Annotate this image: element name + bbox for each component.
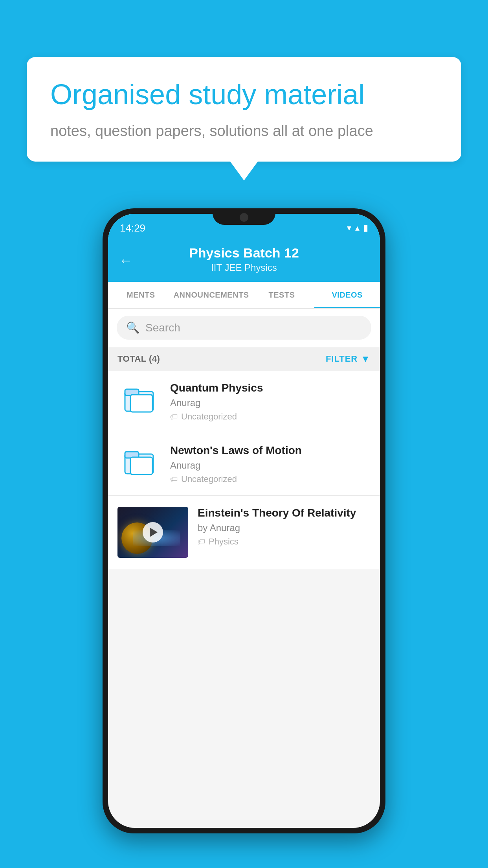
back-button[interactable]: ←: [119, 252, 132, 268]
video-thumbnail: [117, 507, 188, 558]
video-list: Quantum Physics Anurag 🏷 Uncategorized: [108, 371, 380, 569]
list-item[interactable]: Einstein's Theory Of Relativity by Anura…: [108, 496, 380, 569]
search-input[interactable]: Search: [145, 322, 180, 334]
item-info: Quantum Physics Anurag 🏷 Uncategorized: [170, 382, 371, 422]
item-info: Einstein's Theory Of Relativity by Anura…: [198, 507, 371, 547]
play-button[interactable]: [143, 522, 163, 542]
search-input-wrapper[interactable]: 🔍 Search: [117, 316, 371, 340]
item-thumbnail: [117, 382, 161, 417]
item-title: Quantum Physics: [170, 382, 371, 394]
search-icon: 🔍: [126, 321, 140, 334]
tag-label: Uncategorized: [181, 474, 237, 484]
item-tag: 🏷 Uncategorized: [170, 474, 371, 484]
batch-title: Physics Batch 12: [120, 245, 368, 261]
item-title: Einstein's Theory Of Relativity: [198, 507, 371, 519]
folder-icon: [123, 384, 155, 415]
tab-announcements[interactable]: ANNOUNCEMENTS: [174, 282, 249, 308]
total-count: TOTAL (4): [117, 354, 160, 364]
phone-screen: 14:29 ▾ ▴ ▮ ← Physics Batch 12 IIT JEE P…: [108, 214, 380, 828]
front-camera: [240, 213, 248, 222]
item-title: Newton's Laws of Motion: [170, 444, 371, 457]
app-header: ← Physics Batch 12 IIT JEE Physics: [108, 238, 380, 282]
item-info: Newton's Laws of Motion Anurag 🏷 Uncateg…: [170, 444, 371, 484]
filter-row: TOTAL (4) FILTER ▼: [108, 347, 380, 371]
batch-subtitle: IIT JEE Physics: [120, 262, 368, 273]
folder-icon: [123, 446, 155, 478]
item-tag: 🏷 Uncategorized: [170, 412, 371, 422]
item-tag: 🏷 Physics: [198, 537, 371, 547]
item-author: Anurag: [170, 397, 371, 408]
tab-ments[interactable]: MENTS: [108, 282, 174, 308]
signal-icon: ▴: [355, 223, 360, 233]
filter-icon: ▼: [361, 353, 371, 364]
tag-label: Physics: [209, 537, 238, 547]
wifi-icon: ▾: [347, 223, 351, 233]
list-item[interactable]: Quantum Physics Anurag 🏷 Uncategorized: [108, 371, 380, 433]
tab-tests[interactable]: TESTS: [249, 282, 315, 308]
filter-button[interactable]: FILTER ▼: [326, 353, 371, 364]
tag-icon: 🏷: [198, 537, 205, 546]
tag-label: Uncategorized: [181, 412, 237, 422]
play-icon: [150, 528, 158, 537]
phone-notch: [213, 208, 275, 225]
item-author: by Anurag: [198, 522, 371, 533]
list-item[interactable]: Newton's Laws of Motion Anurag 🏷 Uncateg…: [108, 433, 380, 496]
hero-title: Organised study material: [50, 77, 438, 111]
battery-icon: ▮: [363, 223, 368, 233]
search-container: 🔍 Search: [108, 309, 380, 347]
filter-label: FILTER: [326, 354, 358, 364]
tag-icon: 🏷: [170, 475, 178, 484]
status-icons: ▾ ▴ ▮: [347, 223, 368, 233]
status-time: 14:29: [120, 222, 145, 234]
hero-card: Organised study material notes, question…: [27, 57, 461, 162]
svg-rect-2: [130, 395, 152, 412]
item-thumbnail: [117, 444, 161, 480]
tab-videos[interactable]: VIDEOS: [314, 282, 380, 308]
hero-subtitle: notes, question papers, solutions all at…: [50, 121, 438, 142]
tag-icon: 🏷: [170, 412, 178, 421]
item-author: Anurag: [170, 460, 371, 471]
svg-rect-5: [130, 457, 152, 474]
phone-mockup: 14:29 ▾ ▴ ▮ ← Physics Batch 12 IIT JEE P…: [103, 208, 385, 833]
tabs-container: MENTS ANNOUNCEMENTS TESTS VIDEOS: [108, 282, 380, 309]
